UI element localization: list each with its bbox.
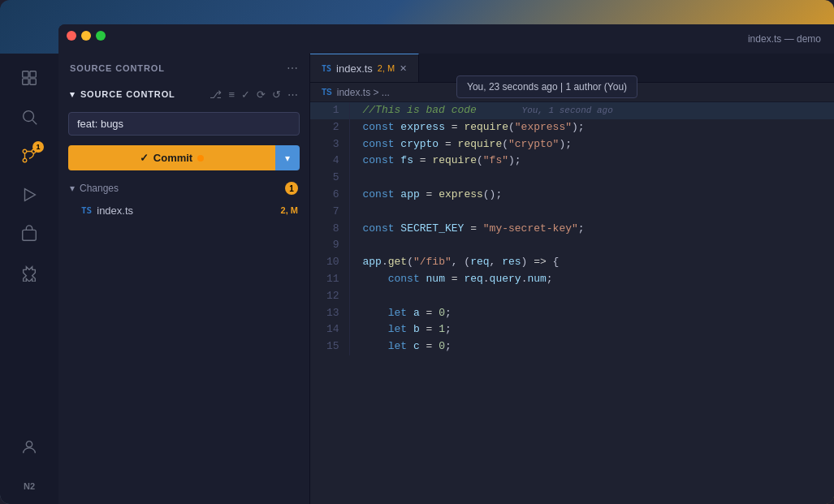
line-number: 15: [310, 338, 349, 355]
table-row: 7: [310, 204, 834, 221]
svg-point-6: [23, 158, 27, 162]
tab-label: index.ts: [336, 62, 373, 75]
table-row: 3 const crypto = require("crypto");: [310, 136, 834, 153]
sc-section-actions: ⎇ ≡ ✓ ⟳ ↺ ⋯: [210, 88, 298, 101]
line-content: let b = 1;: [349, 321, 834, 338]
line-content: const num = req.query.num;: [349, 271, 834, 288]
breadcrumb-path: index.ts > ...: [337, 87, 390, 98]
file-item[interactable]: TS index.ts 2, M: [58, 200, 309, 221]
table-row: 11 const num = req.query.num;: [310, 271, 834, 288]
sidebar-header: SOURCE CONTROL ⋯: [58, 54, 309, 83]
changes-header[interactable]: Changes 1: [58, 177, 309, 200]
discard-icon[interactable]: ↺: [272, 88, 281, 101]
sidebar-title: SOURCE CONTROL: [70, 63, 165, 73]
activity-icon-n2[interactable]: N2: [11, 468, 47, 504]
file-name: TS index.ts: [81, 205, 133, 217]
sc-more-button[interactable]: ⋯: [287, 88, 298, 101]
commit-all-icon[interactable]: ✓: [241, 88, 250, 101]
sync-icon[interactable]: ⟳: [257, 88, 266, 101]
tab-file-icon: TS: [322, 64, 331, 73]
main-content: SOURCE CONTROL ⋯ SOURCE CONTROL ⎇ ≡ ✓: [58, 54, 834, 504]
maximize-button[interactable]: [96, 31, 106, 41]
window: N2 index.ts — demo SOURCE CONTROL ⋯: [0, 0, 834, 504]
list-view-icon[interactable]: ≡: [228, 88, 235, 101]
table-row: 14 let b = 1;: [310, 321, 834, 338]
activity-icon-source-control[interactable]: [11, 138, 47, 174]
line-content: let a = 0;: [349, 305, 834, 322]
line-content: app.get("/fib", (req, res) => {: [349, 254, 834, 271]
table-row: 4 const fs = require("fs");: [310, 153, 834, 170]
table-row: 5: [310, 170, 834, 187]
traffic-lights: [67, 31, 106, 41]
table-row: 1 //This is bad code You, 1 second ago: [310, 102, 834, 119]
table-row: 15 let c = 0;: [310, 338, 834, 355]
line-content: //This is bad code You, 1 second ago: [349, 102, 834, 119]
commit-dropdown-button[interactable]: ▾: [275, 145, 300, 170]
sc-section-title: SOURCE CONTROL: [70, 89, 175, 100]
line-number: 7: [310, 204, 349, 221]
activity-icon-remote[interactable]: [11, 216, 47, 252]
line-content: [349, 288, 834, 305]
line-content: const app = express();: [349, 187, 834, 204]
table-row: 13 let a = 0;: [310, 305, 834, 322]
changes-badge: 1: [285, 182, 298, 195]
line-content: const fs = require("fs");: [349, 153, 834, 170]
title-bar: index.ts — demo: [58, 24, 834, 54]
commit-check-icon: ✓: [140, 152, 149, 164]
commit-button-row: ✓ Commit ▾: [58, 142, 309, 177]
changes-section: Changes 1 TS index.ts 2, M: [58, 177, 309, 504]
line-number: 5: [310, 170, 349, 187]
activity-icon-extensions[interactable]: [11, 255, 47, 291]
line-content: [349, 204, 834, 221]
commit-dot-indicator: [197, 155, 204, 162]
activity-bar: N2: [0, 54, 58, 504]
activity-icon-explorer[interactable]: [11, 60, 47, 96]
close-button[interactable]: [67, 31, 76, 41]
svg-rect-2: [23, 79, 28, 84]
code-editor[interactable]: 1 //This is bad code You, 1 second ago 2…: [310, 102, 834, 504]
svg-line-5: [32, 120, 37, 124]
tab-close-button[interactable]: ✕: [400, 63, 407, 74]
sc-section-header[interactable]: SOURCE CONTROL ⎇ ≡ ✓ ⟳ ↺ ⋯: [58, 83, 309, 106]
minimize-button[interactable]: [81, 31, 91, 41]
commit-label: Commit: [153, 152, 192, 164]
breadcrumb-icon: TS: [322, 88, 332, 97]
svg-rect-3: [30, 79, 36, 84]
branch-icon[interactable]: ⎇: [210, 88, 222, 101]
table-row: 8 const SECRET_KEY = "my-secret-key";: [310, 221, 834, 238]
editor-area: TS index.ts 2, M ✕ TS index.ts > ... You…: [310, 54, 834, 504]
line-number: 14: [310, 321, 349, 338]
activity-icon-run-debug[interactable]: [11, 177, 47, 213]
table-row: 6 const app = express();: [310, 187, 834, 204]
line-content: const express = require("express");: [349, 119, 834, 136]
sidebar-header-actions: ⋯: [287, 62, 298, 75]
line-content: [349, 170, 834, 187]
svg-rect-10: [23, 230, 37, 240]
blame-tooltip: You, 23 seconds ago | 1 author (You): [456, 75, 637, 98]
line-number: 1: [310, 102, 349, 119]
svg-point-8: [23, 149, 27, 153]
commit-message-input[interactable]: [68, 112, 300, 136]
table-row: 9: [310, 237, 834, 254]
code-table: 1 //This is bad code You, 1 second ago 2…: [310, 102, 834, 355]
line-number: 11: [310, 271, 349, 288]
file-ts-icon: TS: [81, 205, 92, 216]
line-content: const SECRET_KEY = "my-secret-key";: [349, 221, 834, 238]
tab-index-ts[interactable]: TS index.ts 2, M ✕: [310, 54, 419, 82]
activity-icon-search[interactable]: [11, 99, 47, 135]
table-row: 2 const express = require("express");: [310, 119, 834, 136]
line-content: let c = 0;: [349, 338, 834, 355]
sidebar-more-button[interactable]: ⋯: [287, 62, 298, 75]
line-number: 13: [310, 305, 349, 322]
line-number: 8: [310, 221, 349, 238]
line-number: 3: [310, 136, 349, 153]
file-status: 2, M: [281, 205, 298, 215]
activity-icon-accounts[interactable]: [11, 429, 47, 465]
sc-chevron-icon: [70, 89, 76, 100]
line-content: const crypto = require("crypto");: [349, 136, 834, 153]
commit-input-wrapper: [58, 106, 309, 142]
line-number: 9: [310, 237, 349, 254]
svg-point-4: [24, 111, 34, 122]
commit-button[interactable]: ✓ Commit: [68, 145, 275, 170]
sidebar: SOURCE CONTROL ⋯ SOURCE CONTROL ⎇ ≡ ✓: [58, 54, 310, 504]
